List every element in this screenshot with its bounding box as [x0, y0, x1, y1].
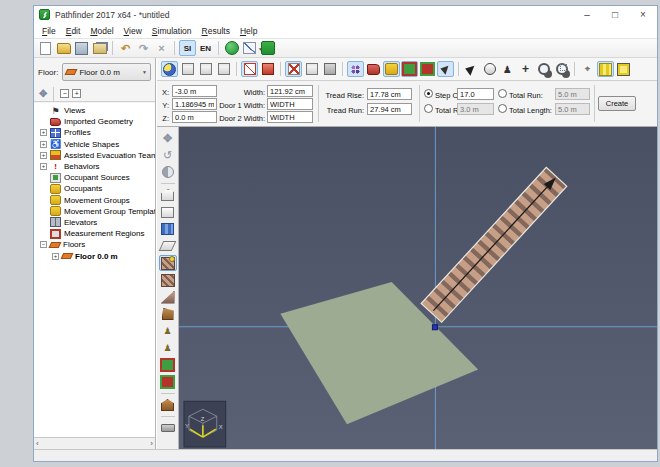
- add-measurement-region-icon[interactable]: [159, 357, 177, 373]
- show-movement-groups-icon[interactable]: [383, 61, 400, 77]
- step-count-radio[interactable]: [424, 89, 433, 98]
- tread-rise-field[interactable]: [367, 88, 412, 100]
- door2-width-field[interactable]: [267, 111, 313, 123]
- menu-simulation[interactable]: Simulation: [147, 24, 197, 38]
- redo-icon[interactable]: ↷: [135, 40, 152, 56]
- scroll-left-icon[interactable]: ‹: [36, 439, 39, 449]
- draw-ramp-icon[interactable]: [159, 289, 177, 305]
- tree-item-floors[interactable]: −Floors: [34, 239, 155, 250]
- zoom-box-tool-icon[interactable]: [553, 61, 570, 77]
- draw-stairs-icon[interactable]: [159, 255, 177, 271]
- solid-mode-icon[interactable]: [259, 61, 276, 77]
- save-as-icon[interactable]: [91, 40, 108, 56]
- tree-item-movement-group-templates[interactable]: Movement Group Templates: [34, 206, 155, 217]
- total-run-radio[interactable]: [498, 89, 507, 98]
- tree-item-floor-0-0-m[interactable]: +Floor 0.0 m: [34, 250, 155, 261]
- grid-settings-icon[interactable]: [615, 61, 632, 77]
- tree-item-occupants[interactable]: Occupants: [34, 183, 155, 194]
- snap-to-grid-icon[interactable]: ⌖: [579, 61, 596, 77]
- draw-two-point-stairs-icon[interactable]: [159, 272, 177, 288]
- scene-view-icon[interactable]: [161, 61, 178, 77]
- open-file-icon[interactable]: [55, 40, 72, 56]
- pan-tool-icon[interactable]: +: [517, 61, 534, 77]
- copy-view-3-icon[interactable]: [215, 61, 232, 77]
- tree-expander-behaviors[interactable]: +: [40, 163, 47, 170]
- add-camera-icon[interactable]: [159, 420, 177, 436]
- add-occupant-group-icon[interactable]: ♟: [159, 340, 177, 356]
- scroll-right-icon[interactable]: ›: [150, 439, 153, 449]
- menu-edit[interactable]: Edit: [61, 24, 86, 38]
- collapse-all-button[interactable]: −: [60, 89, 69, 98]
- menu-results[interactable]: Results: [197, 24, 235, 38]
- zoom-tool-icon[interactable]: [535, 61, 552, 77]
- pathfinder-logo-icon[interactable]: [259, 40, 276, 56]
- copy-view-1-icon[interactable]: [179, 61, 196, 77]
- new-file-icon[interactable]: [37, 40, 54, 56]
- tree-item-occupant-sources[interactable]: Occupant Sources: [34, 172, 155, 183]
- rotate-object-icon[interactable]: ↺: [159, 147, 177, 163]
- select-tool-icon[interactable]: [463, 61, 480, 77]
- orbit-tool-icon[interactable]: [481, 61, 498, 77]
- move-object-icon[interactable]: ✥: [159, 130, 177, 146]
- total-rise-field[interactable]: [457, 103, 494, 115]
- tree-item-elevators[interactable]: Elevators: [34, 217, 155, 228]
- add-elevator-icon[interactable]: [159, 397, 177, 413]
- create-button[interactable]: Create: [598, 96, 636, 111]
- undo-icon[interactable]: ↶: [117, 40, 134, 56]
- tree-expander-assisted-evacuation-teams[interactable]: +: [40, 152, 47, 159]
- run-simulation-icon[interactable]: [223, 40, 240, 56]
- tree-item-assisted-evacuation-teams[interactable]: +Assisted Evacuation Teams: [34, 150, 155, 161]
- width-field[interactable]: [267, 85, 313, 97]
- total-length-radio[interactable]: [498, 104, 507, 113]
- tree-expander-floors[interactable]: −: [40, 241, 47, 248]
- show-results-icon[interactable]: ▼: [241, 40, 258, 56]
- expand-all-button[interactable]: +: [72, 89, 81, 98]
- tree-item-behaviors[interactable]: +!Behaviors: [34, 161, 155, 172]
- x-field[interactable]: [172, 85, 217, 97]
- menu-view[interactable]: View: [119, 24, 147, 38]
- 3d-viewport[interactable]: Z Y X: [179, 127, 657, 449]
- total-length-field[interactable]: [555, 103, 590, 115]
- tread-run-field[interactable]: [367, 103, 412, 115]
- tree-item-profiles[interactable]: +Profiles: [34, 127, 155, 138]
- draw-door-icon[interactable]: [159, 306, 177, 322]
- walk-tool-icon[interactable]: ♟: [499, 61, 516, 77]
- wireframe-mode-icon[interactable]: [241, 61, 258, 77]
- tree-item-measurement-regions[interactable]: Measurement Regions: [34, 228, 155, 239]
- draw-rectangle-room-icon[interactable]: [159, 204, 177, 220]
- step-count-field[interactable]: [457, 88, 494, 100]
- delete-icon[interactable]: ×: [153, 40, 170, 56]
- z-field[interactable]: [172, 111, 217, 123]
- tree-expander-floor-0-0-m[interactable]: +: [52, 253, 59, 260]
- save-file-icon[interactable]: [73, 40, 90, 56]
- axis-gizmo[interactable]: Z Y X: [184, 401, 226, 447]
- tree-expander-vehicle-shapes[interactable]: +: [40, 141, 47, 148]
- total-run-field[interactable]: [555, 88, 590, 100]
- tree-item-vehicle-shapes[interactable]: +♿Vehicle Shapes: [34, 139, 155, 150]
- units-si-icon[interactable]: SI: [179, 40, 196, 56]
- close-button[interactable]: ×: [629, 7, 657, 23]
- show-grid-icon[interactable]: [597, 61, 614, 77]
- show-occupants-icon[interactable]: [347, 61, 364, 77]
- select-filter-icon[interactable]: [437, 61, 454, 77]
- draw-obstruction-icon[interactable]: [159, 238, 177, 254]
- minimize-button[interactable]: –: [573, 7, 601, 23]
- show-occupant-sources-icon[interactable]: [401, 61, 418, 77]
- menu-model[interactable]: Model: [85, 24, 118, 38]
- mirror-object-icon[interactable]: [159, 164, 177, 180]
- background-image-icon[interactable]: [159, 221, 177, 237]
- menu-file[interactable]: File: [37, 24, 61, 38]
- show-rooms-icon[interactable]: [303, 61, 320, 77]
- tree-item-imported-geometry[interactable]: Imported Geometry: [34, 116, 155, 127]
- add-occupant-source-icon[interactable]: [159, 374, 177, 390]
- add-occupant-icon[interactable]: ♟: [159, 323, 177, 339]
- tree-horizontal-scrollbar[interactable]: ‹ ›: [34, 437, 155, 449]
- show-doors-icon[interactable]: [285, 61, 302, 77]
- floor-selector-dropdown[interactable]: Floor 0.0 m ▼: [62, 63, 151, 81]
- copy-view-2-icon[interactable]: [197, 61, 214, 77]
- tree-item-movement-groups[interactable]: Movement Groups: [34, 195, 155, 206]
- tree-expander-profiles[interactable]: +: [40, 129, 47, 136]
- maximize-button[interactable]: □: [601, 7, 629, 23]
- show-measurement-regions-icon[interactable]: [419, 61, 436, 77]
- tree-item-views[interactable]: ⚑Views: [34, 105, 155, 116]
